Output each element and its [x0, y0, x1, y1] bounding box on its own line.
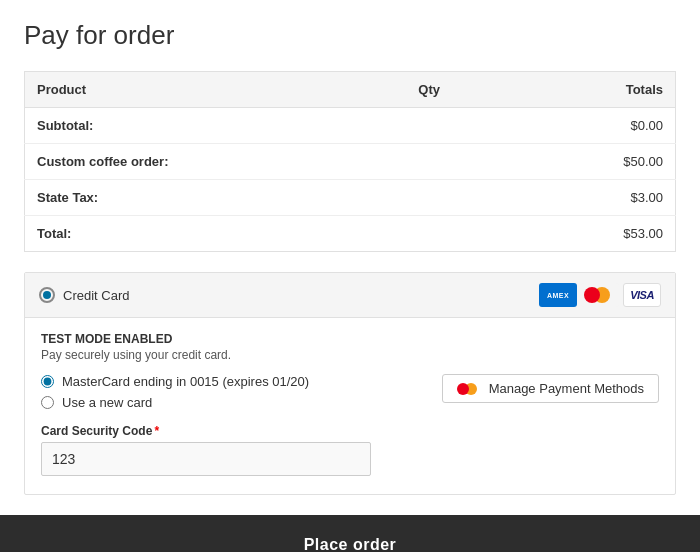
row-total: $0.00 — [518, 108, 675, 144]
row-total: $50.00 — [518, 144, 675, 180]
place-order-button[interactable]: Place order — [0, 515, 700, 552]
mc-circles — [584, 287, 616, 303]
mastercard-icon — [581, 283, 619, 307]
mc-left-circle — [584, 287, 600, 303]
row-total: $53.00 — [518, 216, 675, 252]
row-qty — [406, 108, 518, 144]
new-card-label[interactable]: Use a new card — [62, 395, 152, 410]
row-label: Subtotal: — [25, 108, 407, 144]
table-row: Subtotal:$0.00 — [25, 108, 676, 144]
page-container: Pay for order Product Qty Totals Subtota… — [0, 0, 700, 552]
order-table: Product Qty Totals Subtotal:$0.00Custom … — [24, 71, 676, 252]
manage-payment-button[interactable]: Manage Payment Methods — [442, 374, 659, 403]
row-qty — [406, 144, 518, 180]
manage-payment-label: Manage Payment Methods — [489, 381, 644, 396]
payment-header: Credit Card AMEX VISA — [25, 273, 675, 318]
manage-btn-mc-icon — [457, 383, 481, 395]
payment-section: Credit Card AMEX VISA TEST MODE ENABLED … — [24, 272, 676, 495]
payment-radio-inner — [43, 291, 51, 299]
row-qty — [406, 180, 518, 216]
payment-option-saved[interactable]: MasterCard ending in 0015 (expires 01/20… — [41, 374, 309, 389]
saved-card-radio[interactable] — [41, 375, 54, 388]
col-header-product: Product — [25, 72, 407, 108]
amex-icon: AMEX — [539, 283, 577, 307]
row-label: Custom coffee order: — [25, 144, 407, 180]
col-header-qty: Qty — [406, 72, 518, 108]
new-card-radio[interactable] — [41, 396, 54, 409]
test-mode-title: TEST MODE ENABLED — [41, 332, 659, 346]
required-indicator: * — [154, 424, 159, 438]
payment-options: MasterCard ending in 0015 (expires 01/20… — [41, 374, 659, 410]
payment-options-list: MasterCard ending in 0015 (expires 01/20… — [41, 374, 309, 410]
payment-header-left: Credit Card — [39, 287, 129, 303]
security-code-input[interactable] — [41, 442, 371, 476]
mc-small-left — [457, 383, 469, 395]
row-label: State Tax: — [25, 180, 407, 216]
saved-card-label[interactable]: MasterCard ending in 0015 (expires 01/20… — [62, 374, 309, 389]
card-icons: AMEX VISA — [539, 283, 661, 307]
table-row: Total:$53.00 — [25, 216, 676, 252]
col-header-totals: Totals — [518, 72, 675, 108]
security-code-label: Card Security Code* — [41, 424, 659, 438]
payment-option-new[interactable]: Use a new card — [41, 395, 309, 410]
table-row: State Tax:$3.00 — [25, 180, 676, 216]
payment-label: Credit Card — [63, 288, 129, 303]
test-mode-desc: Pay securely using your credit card. — [41, 348, 659, 362]
payment-body: TEST MODE ENABLED Pay securely using you… — [25, 318, 675, 494]
payment-radio-indicator — [39, 287, 55, 303]
security-code-section: Card Security Code* — [41, 424, 659, 476]
page-title: Pay for order — [24, 20, 676, 51]
row-qty — [406, 216, 518, 252]
visa-icon: VISA — [623, 283, 661, 307]
table-header-row: Product Qty Totals — [25, 72, 676, 108]
row-label: Total: — [25, 216, 407, 252]
row-total: $3.00 — [518, 180, 675, 216]
place-order-bar: Place order — [0, 515, 700, 552]
table-row: Custom coffee order:$50.00 — [25, 144, 676, 180]
